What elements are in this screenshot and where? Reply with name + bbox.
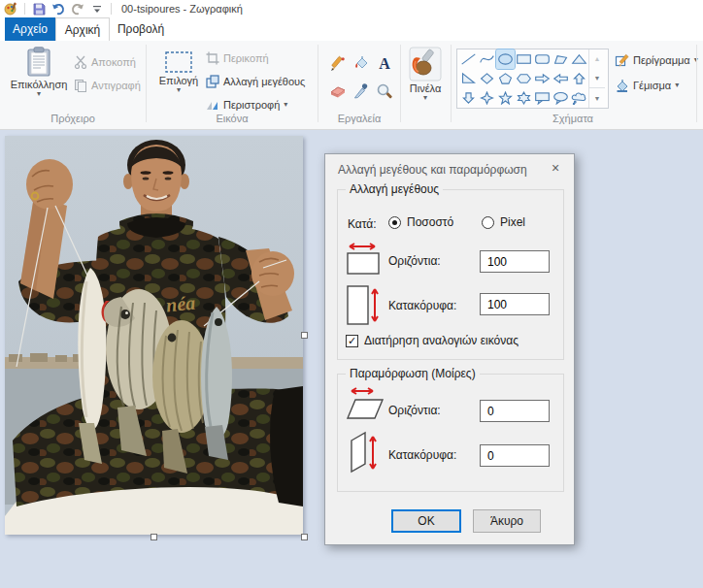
paste-button[interactable]: Επικόλληση ▾ xyxy=(10,47,68,97)
shape-curve[interactable] xyxy=(478,49,496,69)
shape-polygon[interactable] xyxy=(552,49,570,69)
image-group-label: Εικόνα xyxy=(148,113,317,124)
group-separator xyxy=(318,45,318,122)
canvas-area[interactable]: néa Αλλαγή μεγέθους και παραμόρφωση × Αλ… xyxy=(0,130,703,588)
shape-ellipse[interactable] xyxy=(496,49,515,69)
rotate-button[interactable]: Περιστροφή ▾ xyxy=(206,95,287,114)
save-icon[interactable] xyxy=(31,2,47,16)
redo-icon[interactable] xyxy=(70,2,85,16)
shapes-more-icon[interactable]: ▼ xyxy=(589,87,605,108)
magnifier-icon[interactable] xyxy=(373,78,396,105)
resize-skew-dialog: Αλλαγή μεγέθους και παραμόρφωση × Αλλαγή… xyxy=(324,153,575,545)
customize-quick-access-icon[interactable] xyxy=(89,2,105,16)
qat-separator xyxy=(111,3,112,15)
color-picker-icon[interactable] xyxy=(350,78,373,105)
shape-arrow-up[interactable] xyxy=(570,69,588,88)
skew-horizontal-input[interactable] xyxy=(480,400,550,422)
cancel-button[interactable]: Άκυρο xyxy=(473,509,541,533)
horizontal-skew-icon xyxy=(346,386,386,421)
shape-callout-rectangle[interactable] xyxy=(533,88,552,108)
text-tool-icon[interactable]: A xyxy=(373,50,396,78)
outline-button[interactable]: Περίγραμμα ▾ xyxy=(615,50,698,70)
resize-handle-right[interactable] xyxy=(301,332,308,339)
resize-vertical-input[interactable] xyxy=(480,293,550,315)
cut-button[interactable]: Αποκοπή xyxy=(74,52,136,72)
radio-percent[interactable]: Ποσοστό xyxy=(388,215,453,229)
fill-dropdown-icon: ▾ xyxy=(675,82,679,88)
shape-rounded-rectangle[interactable] xyxy=(533,49,552,69)
shape-triangle[interactable] xyxy=(570,49,588,69)
shape-hexagon[interactable] xyxy=(515,69,533,88)
tab-file[interactable]: Αρχείο xyxy=(5,17,55,41)
tools-grid: A xyxy=(326,50,396,105)
group-separator xyxy=(696,45,697,122)
window-title: 00-tsipoures - Ζωγραφική xyxy=(121,3,243,15)
copy-button[interactable]: Αντιγραφή xyxy=(74,76,141,95)
shapes-box: ▲ ▼ ▼ xyxy=(456,49,609,109)
keep-aspect-checkmark: ✓ xyxy=(346,335,358,347)
select-dropdown-icon: ▾ xyxy=(177,87,181,93)
resize-handle-bottom[interactable] xyxy=(151,534,157,540)
shape-pentagon[interactable] xyxy=(496,69,515,88)
dialog-title: Αλλαγή μεγέθους και παραμόρφωση xyxy=(338,163,527,177)
resize-horizontal-input[interactable] xyxy=(480,250,550,273)
dialog-close-icon[interactable]: × xyxy=(537,154,574,181)
ribbon-tab-bar: Αρχείο Αρχική Προβολή xyxy=(0,17,703,41)
shapes-scroll-up-icon[interactable]: ▲ xyxy=(589,49,605,69)
shape-line[interactable] xyxy=(459,49,478,69)
tab-view[interactable]: Προβολή xyxy=(110,17,172,41)
fill-button[interactable]: Γέμισμα ▾ xyxy=(615,76,679,95)
fill-bucket-icon[interactable] xyxy=(350,50,373,78)
brushes-dropdown-icon: ▾ xyxy=(423,95,427,101)
resize-horizontal-label: Οριζόντια: xyxy=(388,254,441,268)
paste-dropdown-icon: ▾ xyxy=(37,91,41,97)
radio-pixel-circle xyxy=(482,216,494,229)
shape-rectangle[interactable] xyxy=(515,49,533,69)
group-separator xyxy=(451,45,452,122)
shape-callout-cloud[interactable] xyxy=(570,88,588,108)
shape-diamond[interactable] xyxy=(478,69,496,88)
canvas-photo[interactable]: néa xyxy=(5,136,303,535)
shape-star-5[interactable] xyxy=(496,88,515,108)
shapes-grid xyxy=(459,49,588,108)
fill-label: Γέμισμα xyxy=(633,80,671,91)
group-separator xyxy=(146,45,147,122)
brushes-button[interactable]: Πινέλα ▾ xyxy=(405,47,446,101)
resize-label: Αλλαγή μεγέθους xyxy=(223,76,305,87)
shape-callout-oval[interactable] xyxy=(552,88,570,108)
shapes-scrollbar: ▲ ▼ ▼ xyxy=(588,49,605,108)
crop-button[interactable]: Περικοπή xyxy=(206,49,269,68)
select-button[interactable]: Επιλογή ▾ xyxy=(155,50,202,93)
shape-star-6[interactable] xyxy=(515,88,533,108)
shape-arrow-left[interactable] xyxy=(552,69,570,88)
keep-aspect-label: Διατήρηση αναλογιών εικόνας xyxy=(364,334,519,347)
shape-star-4[interactable] xyxy=(478,88,496,108)
skew-vertical-input[interactable] xyxy=(480,444,550,467)
skew-group-label: Παραμόρφωση (Μοίρες) xyxy=(346,367,480,380)
skew-vertical-label: Κατακόρυφα: xyxy=(388,448,456,462)
radio-pixel[interactable]: Pixel xyxy=(482,215,525,229)
svg-text:A: A xyxy=(379,55,390,72)
paint-app-icon xyxy=(3,2,18,16)
eraser-icon[interactable] xyxy=(326,78,350,105)
by-label: Κατά: xyxy=(348,217,377,231)
outline-label: Περίγραμμα xyxy=(633,54,690,66)
keep-aspect-checkbox[interactable]: ✓ Διατήρηση αναλογιών εικόνας xyxy=(346,334,519,347)
skew-horizontal-label: Οριζόντια: xyxy=(388,404,441,417)
horizontal-resize-icon xyxy=(346,243,383,276)
shape-arrow-down[interactable] xyxy=(459,88,478,108)
shape-right-triangle[interactable] xyxy=(459,69,478,88)
tab-home[interactable]: Αρχική xyxy=(55,17,110,41)
undo-icon[interactable] xyxy=(50,2,66,16)
shape-arrow-right[interactable] xyxy=(533,69,552,88)
resize-handle-bottom-right[interactable] xyxy=(301,534,308,540)
shapes-scroll-down-icon[interactable]: ▼ xyxy=(589,69,605,88)
resize-button[interactable]: Αλλαγή μεγέθους xyxy=(206,72,305,91)
ok-button[interactable]: OK xyxy=(391,509,461,533)
pencil-icon[interactable] xyxy=(326,50,350,78)
title-bar: 00-tsipoures - Ζωγραφική xyxy=(0,0,703,17)
dialog-title-bar[interactable]: Αλλαγή μεγέθους και παραμόρφωση × xyxy=(325,154,574,183)
cut-label: Αποκοπή xyxy=(91,56,136,68)
rotate-dropdown-icon: ▾ xyxy=(284,102,287,108)
vertical-skew-icon xyxy=(348,431,386,475)
